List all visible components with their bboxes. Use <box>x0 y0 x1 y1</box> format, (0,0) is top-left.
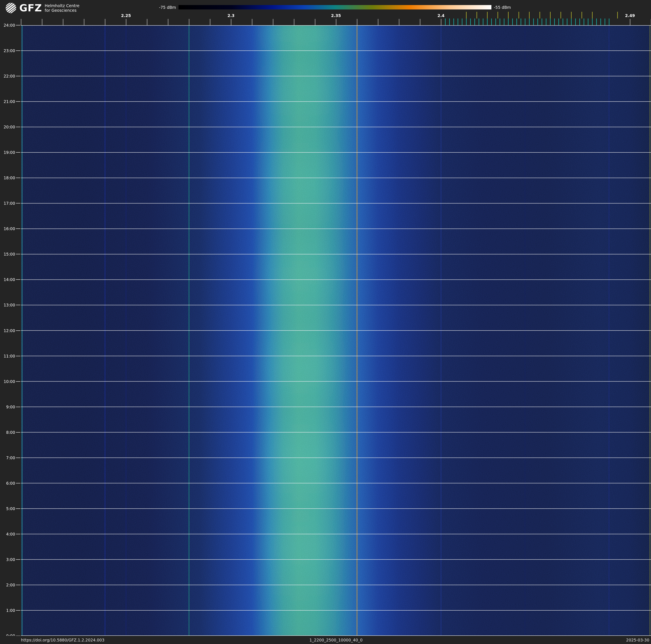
ble-channel-tick <box>508 19 508 25</box>
wifi-channel-tick <box>592 12 593 19</box>
freq-tick <box>420 19 421 25</box>
time-axis-label: 3:00 <box>0 557 15 562</box>
gfz-globe-icon <box>5 2 17 13</box>
gfz-logo: GFZ Helmholtz Centre for Geosciences <box>5 2 80 14</box>
time-axis-tick <box>16 610 20 611</box>
time-axis-label: 8:00 <box>0 430 15 435</box>
freq-tick <box>315 19 315 25</box>
ble-channel-tick <box>584 19 584 25</box>
time-axis-tick <box>16 559 20 560</box>
hour-gridline <box>21 432 651 433</box>
time-axis-tick <box>16 178 20 178</box>
ble-channel-tick <box>458 19 458 25</box>
wifi-channel-tick <box>571 12 571 19</box>
freq-tick <box>294 19 294 25</box>
time-axis-tick <box>16 305 20 305</box>
time-axis-label: 21:00 <box>0 99 15 104</box>
freq-tick <box>210 19 210 25</box>
ble-channel-tick <box>487 19 488 25</box>
time-axis-label: 1:00 <box>0 608 15 613</box>
hour-gridline <box>21 407 651 407</box>
time-axis-tick <box>16 508 20 509</box>
hour-gridline <box>21 559 651 560</box>
hour-gridline <box>21 178 651 178</box>
time-axis-label: 17:00 <box>0 201 15 206</box>
time-axis-tick <box>16 356 20 356</box>
ble-channel-tick <box>495 19 496 25</box>
ble-channel-tick <box>579 19 580 25</box>
ble-channel-tick <box>554 19 555 25</box>
time-axis-tick <box>16 76 20 76</box>
freq-tick <box>336 19 336 25</box>
time-axis-tick <box>16 229 20 229</box>
time-axis-label: 12:00 <box>0 328 15 333</box>
freq-tick <box>63 19 63 25</box>
time-axis-tick <box>16 101 20 102</box>
logo-subtitle: Helmholtz Centre for Geosciences <box>45 3 80 12</box>
ble-channel-tick <box>609 19 610 25</box>
freq-tick <box>378 19 378 25</box>
ble-channel-tick <box>517 19 517 25</box>
time-axis-tick <box>16 534 20 534</box>
time-axis-tick <box>16 585 20 585</box>
freq-tick <box>168 19 168 25</box>
time-axis-tick <box>16 381 20 382</box>
ble-channel-tick <box>563 19 563 25</box>
time-axis-label: 5:00 <box>0 506 15 511</box>
logo-subtitle-line2: for Geosciences <box>45 8 80 12</box>
logo-brand-text: GFZ <box>19 2 42 14</box>
footer-bar: https://doi.org/10.5880/GFZ.1.2.2024.003… <box>0 636 651 644</box>
ble-channel-tick <box>445 19 445 25</box>
ble-channel-tick <box>466 19 467 25</box>
time-axis-label: 7:00 <box>0 455 15 460</box>
hour-gridline <box>21 76 651 76</box>
freq-tick <box>189 19 189 25</box>
ble-channel-tick <box>491 19 492 25</box>
hour-gridline <box>21 25 651 26</box>
ble-channel-tick <box>588 19 588 25</box>
freq-tick <box>252 19 252 25</box>
wifi-channel-tick <box>617 12 618 19</box>
ble-channel-tick <box>449 19 450 25</box>
freq-axis-label: 2.4 <box>433 13 450 18</box>
time-axis-label: 23:00 <box>0 48 15 53</box>
ble-channel-tick <box>454 19 454 25</box>
time-axis-label: 11:00 <box>0 354 15 358</box>
ble-channel-tick <box>546 19 547 25</box>
ble-channel-tick <box>604 19 605 25</box>
time-axis-tick <box>16 51 20 51</box>
time-axis-label: 13:00 <box>0 302 15 308</box>
time-axis-label: 10:00 <box>0 379 15 384</box>
time-axis-label: 24:00 <box>0 23 15 28</box>
colorbar-max-label: -55 dBm <box>494 5 523 10</box>
time-axis-tick <box>16 25 20 25</box>
freq-axis-label: 2.49 <box>622 13 639 18</box>
time-axis-label: 20:00 <box>0 124 15 129</box>
freq-tick <box>126 19 126 25</box>
hour-gridline <box>21 152 651 153</box>
time-axis-label: 19:00 <box>0 150 15 155</box>
wifi-channel-tick <box>497 12 498 19</box>
ble-channel-tick <box>567 19 567 25</box>
freq-tick <box>273 19 273 25</box>
wifi-channel-tick <box>519 12 519 19</box>
freq-tick <box>231 19 231 25</box>
time-axis-label: 15:00 <box>0 252 15 257</box>
freq-tick <box>630 19 630 25</box>
time-axis-tick <box>16 279 20 280</box>
ble-channel-tick <box>550 19 551 25</box>
hour-gridline <box>21 381 651 382</box>
spectrogram-image <box>21 25 651 636</box>
ble-channel-tick <box>504 19 504 25</box>
ble-channel-tick <box>483 19 484 25</box>
ble-channel-tick <box>537 19 538 25</box>
hour-gridline <box>21 534 651 534</box>
time-axis-tick <box>16 254 20 254</box>
time-axis-tick <box>16 483 20 484</box>
hour-gridline <box>21 356 651 356</box>
time-axis-tick <box>16 203 20 203</box>
hour-gridline <box>21 483 651 484</box>
spectrogram-page: GFZ Helmholtz Centre for Geosciences -75… <box>0 0 651 644</box>
time-axis-label: 22:00 <box>0 74 15 79</box>
time-axis-tick <box>16 407 20 407</box>
